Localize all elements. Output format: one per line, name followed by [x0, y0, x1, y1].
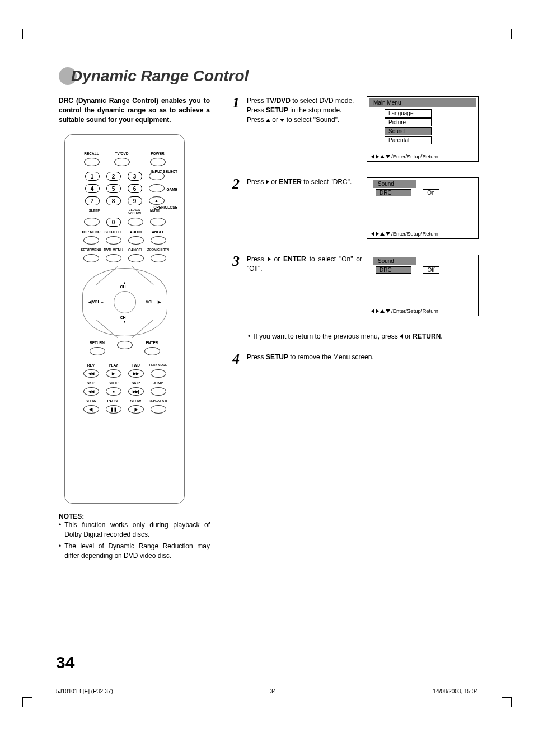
return-note: • If you want to return to the previous … [248, 332, 479, 341]
zoom-button [151, 254, 166, 262]
menu-sound-title: Sound [373, 180, 416, 188]
jump-button [151, 387, 166, 396]
jump-label: JUMP [153, 381, 163, 386]
step-2-number: 2 [232, 177, 242, 239]
num-2: 2 [106, 172, 121, 181]
top-menu-label: TOP MENU [81, 230, 100, 234]
notes-heading: NOTES: [59, 513, 210, 520]
menu-footer: /Enter/Setup/Return [369, 147, 476, 159]
footer-center: 34 [113, 688, 433, 694]
page-number: 34 [56, 653, 74, 672]
num-6: 6 [128, 184, 142, 193]
rev-label: REV [87, 363, 95, 368]
open-close-button: ▲ [149, 196, 165, 205]
step-1-number: 1 [232, 96, 242, 162]
audio-button [128, 236, 144, 245]
game-label: GAME [167, 187, 178, 191]
menu-main-title: Main Menu [369, 98, 476, 107]
skipf-label: SKIP [132, 381, 140, 386]
menu-sound-off: Sound DRC Off /Enter/Setup/Return [367, 255, 479, 316]
top-menu-button [83, 236, 99, 245]
ch-down-button [117, 341, 133, 349]
tvdvd-label: TV/DVD [115, 152, 129, 156]
num-1: 1 [85, 172, 100, 181]
enter-button [144, 347, 160, 355]
setup-menu-label: SETUP/MENU [81, 248, 101, 252]
mute-button [150, 218, 166, 226]
stop-button: ■ [106, 387, 121, 396]
menu-drc-label: DRC [376, 189, 411, 196]
slowb-button: ◀| [83, 405, 99, 414]
return-button [90, 347, 105, 355]
angle-label: ANGLE [152, 230, 165, 234]
game-button [149, 184, 165, 192]
ch-up-label: ▲CH + [120, 281, 129, 289]
vol-down-label: ◀ VOL – [88, 300, 104, 304]
crop-mark [488, 697, 499, 708]
mute-label: MUTE [148, 209, 162, 214]
num-5: 5 [106, 184, 121, 193]
menu-main: Main Menu Language Picture Sound Parenta… [367, 96, 479, 162]
cc-button [128, 218, 143, 226]
menu-drc-value-on: On [423, 189, 439, 196]
menu-item-picture: Picture [385, 118, 432, 126]
skipf-button: ▶▶| [128, 387, 144, 396]
cc-label: CLOSEDCAPTION [128, 209, 142, 214]
dvd-menu-button [106, 254, 121, 262]
footer: 5J10101B [E] (P32-37) 34 14/08/2003, 15:… [56, 688, 478, 694]
skipb-button: |◀◀ [83, 387, 99, 396]
up-icon [266, 119, 270, 122]
skipb-label: SKIP [87, 381, 95, 386]
intro-text: DRC (Dynamic Range Control) enables you … [59, 96, 210, 124]
num-7: 7 [85, 196, 100, 205]
audio-label: AUDIO [130, 230, 142, 234]
menu-drc-label: DRC [376, 266, 411, 274]
step-3-text: Press or ENTER to select "On" or "Off". [247, 255, 362, 316]
crop-mark [22, 697, 34, 708]
footer-left: 5J10101B [E] (P32-37) [56, 688, 113, 694]
num-8: 8 [106, 196, 121, 205]
num-3: 3 [128, 172, 142, 181]
slowf-button: |▶ [128, 405, 144, 414]
menu-drc-value-off: Off [423, 266, 439, 274]
crop-mark [500, 697, 512, 708]
return-label: RETURN [90, 341, 105, 345]
slowb-label: SLOW [86, 399, 97, 403]
setup-menu-button [83, 254, 99, 262]
pause-label: PAUSE [107, 399, 120, 403]
step-4-text: Press SETUP to remove the Menu screen. [247, 353, 479, 365]
note-1: This function works only during playback… [64, 520, 210, 539]
recall-label: RECALL [84, 152, 99, 156]
menu-item-parental: Parental [385, 136, 432, 144]
repeat-label: REPEAT A-B [149, 399, 167, 403]
playmode-label: PLAY MODE [149, 363, 167, 368]
vol-up-label: VOL + ▶ [146, 300, 161, 304]
cancel-button [128, 254, 144, 262]
footer-right: 14/08/2003, 15:04 [433, 688, 478, 694]
dvd-menu-label: DVD MENU [104, 248, 123, 252]
angle-button [151, 236, 166, 245]
playmode-button [151, 369, 166, 378]
slowf-label: SLOW [130, 399, 142, 403]
step-1-text: Press TV/DVD to select DVD mode. Press S… [247, 96, 362, 162]
num-4: 4 [85, 184, 100, 193]
remote-illustration: RECALL TV/DVD POWER INPUT SELECT 1 2 3 G… [64, 134, 185, 504]
power-label: POWER [151, 152, 165, 156]
subtitle-button [106, 236, 121, 245]
step-3-number: 3 [232, 255, 242, 316]
play-button: ▶ [106, 369, 121, 378]
crop-mark [22, 28, 34, 39]
power-button [150, 158, 166, 166]
note-2: The level of Dynamic Range Reduction may… [64, 542, 210, 561]
stop-label: STOP [109, 381, 119, 386]
fwd-button: ▶▶ [128, 369, 144, 378]
menu-sound-on: Sound DRC On /Enter/Setup/Return [367, 177, 479, 239]
fwd-label: FWD [132, 363, 140, 368]
tvdvd-button [114, 158, 130, 166]
num-9: 9 [128, 196, 142, 205]
menu-item-language: Language [385, 109, 432, 118]
num-0: 0 [106, 218, 121, 227]
cancel-label: CANCEL [128, 248, 143, 252]
repeat-button [151, 405, 166, 414]
page-title-row: Dynamic Range Control [59, 67, 479, 85]
